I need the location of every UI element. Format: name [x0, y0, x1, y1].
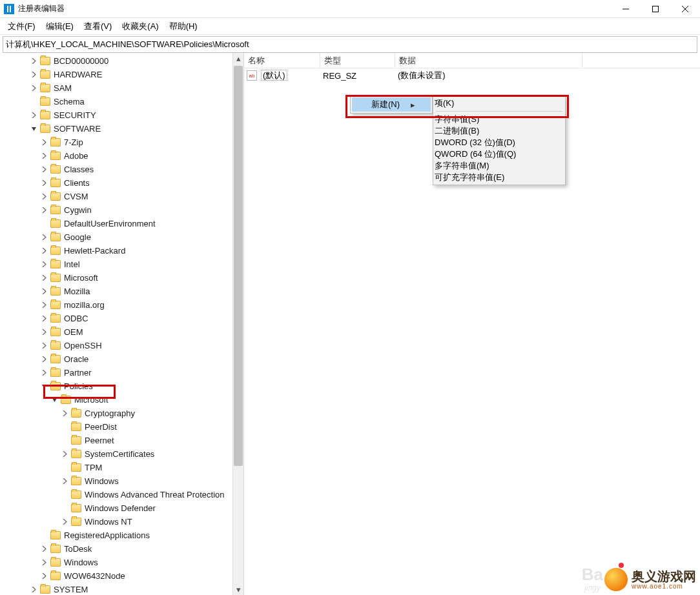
tree-item[interactable]: Windows Advanced Threat Protection	[0, 488, 243, 501]
tree-item[interactable]: Intel	[0, 257, 243, 271]
chevron-right-icon[interactable]	[61, 410, 68, 418]
tree-item[interactable]: mozilla.org	[0, 298, 243, 312]
menu-favorites[interactable]: 收藏夹(A)	[117, 19, 163, 34]
chevron-right-icon[interactable]	[30, 112, 37, 119]
tree-item[interactable]: Microsoft	[0, 393, 243, 407]
menu-help[interactable]: 帮助(H)	[164, 19, 203, 34]
chevron-right-icon[interactable]	[40, 274, 48, 282]
tree-scrollbar[interactable]: ▴ ▾	[232, 53, 243, 595]
col-type[interactable]: 类型	[320, 53, 395, 68]
tree-item[interactable]: Cygwin	[0, 203, 243, 217]
tree-item[interactable]: OpenSSH	[0, 339, 243, 352]
tree-item[interactable]: ToDesk	[0, 542, 243, 556]
menu-file[interactable]: 文件(F)	[3, 19, 41, 34]
ctx-item-string[interactable]: 字符串值(S)	[435, 114, 564, 125]
folder-icon	[50, 233, 61, 241]
chevron-right-icon[interactable]	[61, 518, 68, 526]
chevron-right-icon[interactable]	[40, 152, 48, 160]
tree-item[interactable]: BCD00000000	[0, 54, 243, 68]
chevron-right-icon[interactable]	[40, 545, 48, 553]
ctx-item-binary[interactable]: 二进制值(B)	[435, 125, 564, 137]
tree-item[interactable]: SECURITY	[0, 108, 243, 122]
chevron-right-icon[interactable]	[40, 207, 48, 214]
chevron-right-icon[interactable]	[40, 179, 48, 187]
chevron-down-icon[interactable]	[40, 383, 48, 390]
menu-view[interactable]: 查看(V)	[79, 19, 117, 34]
tree-item[interactable]: SYSTEM	[0, 583, 243, 595]
tree-item[interactable]: OEM	[0, 325, 243, 339]
tree-item-label: Peernet	[85, 436, 114, 445]
minimize-button[interactable]	[611, 0, 641, 18]
menu-edit[interactable]: 编辑(E)	[41, 19, 79, 34]
tree-item[interactable]: Google	[0, 230, 243, 244]
chevron-right-icon[interactable]	[40, 572, 48, 580]
chevron-right-icon[interactable]	[40, 369, 48, 377]
tree-item[interactable]: SAM	[0, 81, 243, 95]
tree-item[interactable]: Clients	[0, 176, 243, 190]
tree-item[interactable]: Mozilla	[0, 285, 243, 298]
chevron-right-icon[interactable]	[40, 234, 48, 241]
tree-item[interactable]: Microsoft	[0, 271, 243, 285]
chevron-right-icon[interactable]	[40, 288, 48, 296]
tree-item[interactable]: HARDWARE	[0, 68, 243, 81]
tree-item[interactable]: Oracle	[0, 352, 243, 366]
chevron-right-icon[interactable]	[30, 586, 37, 594]
scrollbar-thumb[interactable]	[234, 66, 243, 466]
tree-item[interactable]: WOW6432Node	[0, 569, 243, 583]
tree-item[interactable]: Policies	[0, 379, 243, 393]
tree-item[interactable]: Partner	[0, 366, 243, 379]
chevron-right-icon[interactable]	[40, 559, 48, 567]
chevron-right-icon[interactable]	[40, 356, 48, 363]
tree-item[interactable]: Schema	[0, 95, 243, 108]
chevron-right-icon[interactable]	[61, 478, 68, 485]
chevron-right-icon[interactable]	[40, 247, 48, 255]
ctx-item-key[interactable]: 项(K)	[435, 97, 564, 109]
chevron-right-icon[interactable]	[40, 193, 48, 201]
col-name[interactable]: 名称	[244, 53, 320, 68]
tree-item[interactable]: Windows NT	[0, 515, 243, 529]
close-button[interactable]	[670, 0, 700, 18]
chevron-right-icon[interactable]	[40, 139, 48, 146]
ctx-item-qword[interactable]: QWORD (64 位)值(Q)	[435, 148, 564, 160]
tree-item[interactable]: Windows Defender	[0, 501, 243, 515]
tree-item[interactable]: RegisteredApplications	[0, 529, 243, 542]
chevron-down-icon[interactable]	[50, 396, 58, 404]
tree-item[interactable]: CVSM	[0, 190, 243, 203]
tree-item[interactable]: Windows	[0, 474, 243, 488]
chevron-right-icon[interactable]	[40, 166, 48, 174]
tree-item[interactable]: SystemCertificates	[0, 447, 243, 461]
chevron-right-icon[interactable]	[40, 328, 48, 336]
chevron-right-icon[interactable]	[61, 450, 68, 458]
tree-item[interactable]: 7-Zip	[0, 136, 243, 149]
ctx-new[interactable]: 新建(N) ▸	[352, 97, 431, 112]
tree-item[interactable]: Peernet	[0, 434, 243, 447]
maximize-button[interactable]	[641, 0, 670, 18]
chevron-right-icon[interactable]	[30, 57, 37, 65]
tree-item[interactable]: TPM	[0, 461, 243, 474]
scroll-up-icon[interactable]: ▴	[233, 53, 243, 64]
tree-item[interactable]: DefaultUserEnvironment	[0, 217, 243, 230]
chevron-right-icon[interactable]	[40, 261, 48, 268]
chevron-down-icon[interactable]	[30, 125, 37, 133]
tree-item-label: CVSM	[64, 192, 88, 201]
chevron-right-icon[interactable]	[40, 342, 48, 350]
tree-item[interactable]: Classes	[0, 163, 243, 176]
tree-item[interactable]: Hewlett-Packard	[0, 244, 243, 257]
ctx-item-dword[interactable]: DWORD (32 位)值(D)	[435, 137, 564, 148]
chevron-right-icon[interactable]	[30, 85, 37, 92]
ctx-item-multistring[interactable]: 多字符串值(M)	[435, 160, 564, 172]
tree-item[interactable]: Cryptography	[0, 407, 243, 420]
tree-item[interactable]: Adobe	[0, 149, 243, 163]
chevron-right-icon[interactable]	[40, 315, 48, 323]
col-data[interactable]: 数据	[395, 53, 582, 68]
tree-item[interactable]: SOFTWARE	[0, 122, 243, 136]
chevron-right-icon[interactable]	[30, 71, 37, 79]
chevron-right-icon[interactable]	[40, 301, 48, 309]
tree-item[interactable]: PeerDist	[0, 420, 243, 434]
list-row[interactable]: ab (默认) REG_SZ (数值未设置)	[244, 68, 700, 83]
scroll-down-icon[interactable]: ▾	[233, 584, 243, 595]
ctx-item-expandstring[interactable]: 可扩充字符串值(E)	[435, 172, 564, 183]
tree-item[interactable]: ODBC	[0, 312, 243, 325]
address-bar[interactable]: 计算机\HKEY_LOCAL_MACHINE\SOFTWARE\Policies…	[3, 36, 697, 53]
tree-item[interactable]: Windows	[0, 556, 243, 569]
